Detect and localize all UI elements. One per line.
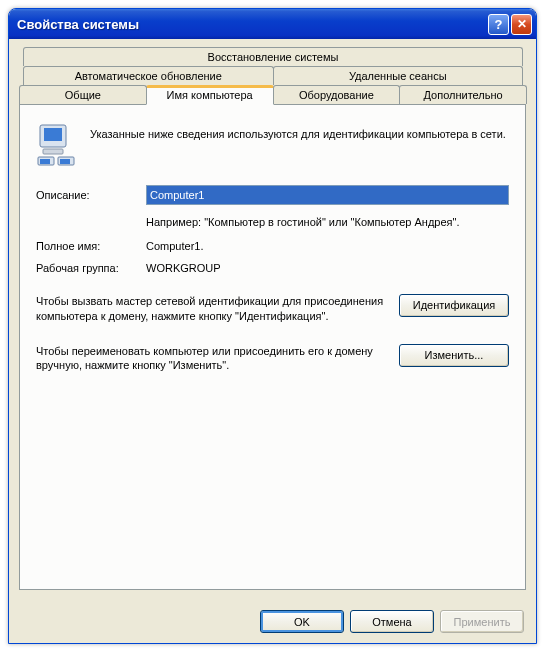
tab-computer-name[interactable]: Имя компьютера bbox=[146, 85, 274, 105]
close-icon: ✕ bbox=[517, 17, 527, 31]
fullname-label: Полное имя: bbox=[36, 240, 146, 252]
titlebar[interactable]: Свойства системы ? ✕ bbox=[9, 9, 536, 39]
identify-button[interactable]: Идентификация bbox=[399, 294, 509, 317]
tabs: Восстановление системы Автоматическое об… bbox=[19, 47, 526, 104]
tab-remote[interactable]: Удаленные сеансы bbox=[273, 66, 524, 85]
dialog-footer: OK Отмена Применить bbox=[9, 600, 536, 643]
tab-system-restore[interactable]: Восстановление системы bbox=[23, 47, 523, 66]
workgroup-label: Рабочая группа: bbox=[36, 262, 146, 274]
svg-rect-2 bbox=[43, 149, 63, 154]
workgroup-value: WORKGROUP bbox=[146, 262, 509, 274]
svg-rect-6 bbox=[60, 159, 70, 164]
change-button[interactable]: Изменить... bbox=[399, 344, 509, 367]
apply-button[interactable]: Применить bbox=[440, 610, 524, 633]
help-button[interactable]: ? bbox=[488, 14, 509, 35]
close-button[interactable]: ✕ bbox=[511, 14, 532, 35]
change-text: Чтобы переименовать компьютер или присое… bbox=[36, 344, 387, 374]
tab-panel-computer-name: Указанные ниже сведения используются для… bbox=[19, 104, 526, 590]
window-title: Свойства системы bbox=[17, 17, 486, 32]
system-properties-window: Свойства системы ? ✕ Восстановление сист… bbox=[8, 8, 537, 644]
identify-text: Чтобы вызвать мастер сетевой идентификац… bbox=[36, 294, 387, 324]
ok-button[interactable]: OK bbox=[260, 610, 344, 633]
description-example: Например: "Компьютер в гостиной" или "Ко… bbox=[146, 215, 509, 230]
tab-auto-updates[interactable]: Автоматическое обновление bbox=[23, 66, 274, 85]
description-input[interactable] bbox=[146, 185, 509, 205]
tab-general[interactable]: Общие bbox=[19, 85, 147, 104]
computer-network-icon bbox=[36, 123, 76, 167]
help-icon: ? bbox=[495, 17, 503, 32]
cancel-button[interactable]: Отмена bbox=[350, 610, 434, 633]
intro-text: Указанные ниже сведения используются для… bbox=[90, 123, 509, 142]
fullname-value: Computer1. bbox=[146, 240, 509, 252]
svg-rect-1 bbox=[44, 128, 62, 141]
tab-hardware[interactable]: Оборудование bbox=[273, 85, 401, 104]
svg-rect-4 bbox=[40, 159, 50, 164]
tab-advanced[interactable]: Дополнительно bbox=[399, 85, 527, 104]
description-label: Описание: bbox=[36, 189, 146, 201]
